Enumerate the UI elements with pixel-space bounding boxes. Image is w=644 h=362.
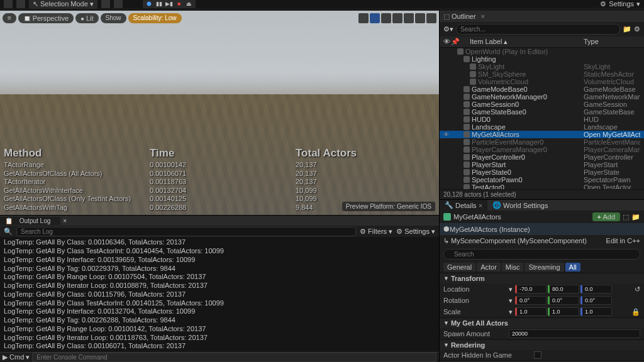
rotation-x-input[interactable]: [515, 296, 547, 305]
outliner-row[interactable]: SM_SkySphereStaticMeshActor: [440, 70, 644, 78]
tab-details[interactable]: 🔧 Details ×: [440, 200, 487, 211]
close-icon[interactable]: ×: [60, 217, 69, 224]
visibility-column[interactable]: 👁: [443, 38, 451, 46]
outliner-row[interactable]: ParticleEventManager0ParticleEventManage…: [440, 138, 644, 146]
viewport-menu[interactable]: ≡: [3, 13, 16, 23]
console-command-input[interactable]: [32, 353, 436, 362]
marketplace-icon[interactable]: [114, 0, 123, 8]
location-x-input[interactable]: [515, 285, 547, 293]
outliner-row[interactable]: 👁MyGetAllActorsOpen MyGetAllActors: [440, 131, 644, 138]
gear-icon[interactable]: ⚙: [634, 25, 640, 33]
tab-world-settings[interactable]: 🌐 World Settings: [487, 200, 553, 211]
spawn-amount-input[interactable]: [509, 329, 640, 338]
maximize-icon[interactable]: [426, 13, 436, 23]
outliner-row[interactable]: VolumetricCloudVolumetricCloud: [440, 78, 644, 85]
lit-dropdown[interactable]: ● Lit: [75, 13, 98, 23]
perspective-dropdown[interactable]: 🔲 Perspective: [18, 13, 74, 23]
outliner-row[interactable]: Lighting: [440, 55, 644, 63]
location-z-input[interactable]: [580, 285, 612, 293]
gizmo-rotate-icon[interactable]: [381, 13, 391, 23]
output-log-tab[interactable]: 📋 Output Log: [0, 217, 60, 225]
section-mygetall[interactable]: ▼ My Get All Actors: [440, 318, 644, 328]
outliner-row[interactable]: TestActor0Open TestActor: [440, 184, 644, 189]
filter-actor[interactable]: Actor: [477, 263, 501, 272]
scalability-button[interactable]: Scalability: Low: [128, 13, 182, 23]
filter-icon[interactable]: ⚙▾: [443, 25, 453, 33]
step-icon[interactable]: ▶▮: [165, 0, 174, 8]
add-component-button[interactable]: + Add: [592, 212, 620, 221]
log-settings-dropdown[interactable]: ⚙ Settings ▾: [396, 228, 435, 236]
filter-streaming[interactable]: Streaming: [525, 263, 564, 272]
menu-icon[interactable]: [4, 0, 13, 8]
chevron-down-icon[interactable]: ▾: [509, 297, 513, 305]
outliner-row[interactable]: OpenWorld (Play In Editor): [440, 48, 644, 55]
section-rendering[interactable]: ▼ Rendering: [440, 340, 644, 350]
location-y-input[interactable]: [548, 285, 579, 293]
outliner-row[interactable]: SkyLightSkyLight: [440, 63, 644, 70]
type-column[interactable]: Type: [584, 38, 640, 46]
gizmo-scale-icon[interactable]: [392, 13, 402, 23]
outliner-row[interactable]: PlayerStartPlayerStart: [440, 161, 644, 168]
rotation-y-input[interactable]: [548, 296, 579, 305]
scale-z-input[interactable]: [580, 307, 612, 316]
outliner-row[interactable]: PlayerState0PlayerState: [440, 168, 644, 176]
selection-mode-dropdown[interactable]: ↖ Selection Mode ▾: [29, 0, 97, 9]
outliner-tree[interactable]: OpenWorld (Play In Editor)LightingSkyLig…: [440, 48, 644, 189]
log-search-input[interactable]: [16, 227, 356, 236]
outliner-row[interactable]: SpectatorPawn0SpectatorPawn: [440, 176, 644, 184]
outliner-row[interactable]: PlayerController0PlayerController: [440, 153, 644, 161]
component-name[interactable]: ↳ MySceneComponent (MySceneComponent): [443, 237, 587, 245]
cmd-label: ▶ Cmd ▾: [3, 353, 30, 361]
filter-all[interactable]: All: [565, 263, 580, 272]
lock-icon[interactable]: 🔒: [631, 308, 640, 316]
item-label-column[interactable]: Item Label ▴: [458, 38, 584, 46]
add-content-icon[interactable]: [101, 0, 110, 8]
folder-icon[interactable]: 📁: [623, 25, 631, 33]
stat-method: GetAllActorsWithTag: [4, 204, 148, 212]
details-search-input[interactable]: [443, 249, 640, 260]
outliner-row[interactable]: GameNetworkManager0GameNetworkManager: [440, 93, 644, 101]
camera-speed-icon[interactable]: [415, 13, 425, 23]
browse-icon[interactable]: 📁: [631, 213, 640, 221]
outliner-row[interactable]: GameSession0GameSession: [440, 101, 644, 108]
snap-icon[interactable]: [404, 13, 414, 23]
filter-misc[interactable]: Misc: [502, 263, 524, 272]
gizmo-move-icon[interactable]: [370, 13, 380, 23]
viewport[interactable]: ≡ 🔲 Perspective ● Lit Show Scalability: …: [0, 11, 439, 215]
reset-icon[interactable]: ↺: [635, 285, 640, 293]
scale-y-input[interactable]: [548, 307, 579, 316]
outliner-row[interactable]: GameStateBase0GameStateBase: [440, 108, 644, 116]
stop-icon[interactable]: ■: [175, 0, 184, 8]
instance-name: MyGetAllActors (Instance): [450, 226, 530, 233]
outliner-row[interactable]: GameModeBase0GameModeBase: [440, 85, 644, 93]
stats-overlay: Method Time Total Actors TActorRange0.00…: [3, 146, 358, 212]
pin-column[interactable]: 📌: [451, 38, 458, 46]
pie-icon[interactable]: ⬢: [145, 0, 153, 8]
outliner-search-input[interactable]: [456, 24, 620, 35]
chevron-down-icon[interactable]: ▾: [509, 285, 513, 293]
stat-actors: 10,099: [296, 195, 357, 203]
pause-icon[interactable]: ▮▮: [155, 0, 164, 8]
chevron-down-icon[interactable]: ▾: [509, 308, 513, 316]
save-icon[interactable]: [16, 0, 25, 8]
play-controls: ⬢ ▮▮ ▶▮ ■ ⏏: [143, 0, 196, 8]
outliner-row[interactable]: PlayerCameraManager0PlayerCameraManager: [440, 146, 644, 153]
close-icon[interactable]: ×: [481, 13, 485, 20]
outliner-row[interactable]: HUD0HUD: [440, 116, 644, 123]
eject-icon[interactable]: ⏏: [185, 0, 194, 8]
edit-cpp-link[interactable]: Edit in C++: [606, 237, 640, 245]
close-icon[interactable]: ×: [479, 202, 482, 209]
edit-bp-icon[interactable]: ⬚: [623, 213, 629, 221]
filters-dropdown[interactable]: ⚙ Filters ▾: [360, 228, 392, 236]
show-dropdown[interactable]: Show: [101, 13, 126, 23]
outliner-row[interactable]: LandscapeLandscape: [440, 123, 644, 131]
filter-general[interactable]: General: [443, 263, 475, 272]
actor-hidden-checkbox[interactable]: [534, 351, 541, 359]
settings-dropdown[interactable]: Settings: [609, 0, 634, 8]
gizmo-select-icon[interactable]: [358, 13, 369, 23]
rotation-z-input[interactable]: [580, 296, 612, 305]
section-transform[interactable]: ▼ Transform: [440, 273, 644, 283]
topbar: ↖ Selection Mode ▾ ⬢ ▮▮ ▶▮ ■ ⏏ ⚙ Setting…: [0, 0, 644, 8]
scale-x-input[interactable]: [515, 307, 547, 316]
outliner-tab[interactable]: ⬚ Outliner: [443, 13, 476, 21]
